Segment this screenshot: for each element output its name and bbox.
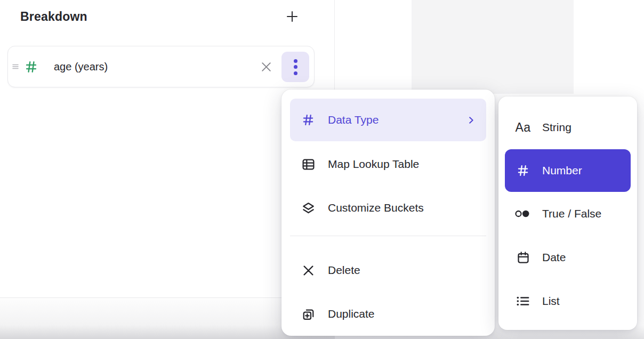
add-breakdown-button[interactable] <box>283 7 301 26</box>
submenu-item-list[interactable]: List <box>505 279 631 323</box>
menu-item-delete[interactable]: Delete <box>290 248 486 292</box>
field-label: age (years) <box>54 61 108 73</box>
submenu-item-string[interactable]: Aa String <box>505 106 631 149</box>
x-icon <box>300 263 316 278</box>
breakdown-field-card[interactable]: age (years) <box>7 46 315 87</box>
table-icon <box>300 157 316 172</box>
close-icon <box>259 60 273 74</box>
page-title: Breakdown <box>20 10 87 24</box>
menu-item-duplicate[interactable]: Duplicate <box>290 292 486 336</box>
calendar-icon <box>513 251 533 265</box>
submenu-item-date[interactable]: Date <box>505 236 631 279</box>
stack-layers-icon <box>300 201 316 215</box>
app-window: Breakdown age (years) <box>0 0 644 339</box>
number-type-icon <box>23 59 38 74</box>
hash-icon <box>513 164 533 177</box>
kebab-dots-icon <box>294 59 297 63</box>
submenu-item-number[interactable]: Number <box>505 149 631 192</box>
two-circles-icon <box>513 207 533 220</box>
field-context-menu: Data Type Map Lookup Table Customize Buc… <box>281 90 495 336</box>
menu-item-map-lookup-table[interactable]: Map Lookup Table <box>290 142 486 186</box>
menu-divider <box>290 236 486 236</box>
drag-handle-icon[interactable] <box>11 62 20 71</box>
data-type-submenu: Aa String Number True / False Date Lis <box>498 96 637 330</box>
submenu-item-true-false[interactable]: True / False <box>505 192 631 236</box>
menu-item-customize-buckets[interactable]: Customize Buckets <box>290 186 486 230</box>
content-placeholder <box>412 0 574 94</box>
copy-plus-icon <box>300 307 316 321</box>
chevron-right-icon <box>466 115 476 125</box>
hash-icon <box>300 113 316 127</box>
aa-string-icon: Aa <box>513 120 533 135</box>
plus-icon <box>284 9 300 25</box>
remove-field-button[interactable] <box>257 58 275 75</box>
field-more-options-button[interactable] <box>281 52 309 82</box>
menu-item-data-type[interactable]: Data Type <box>290 99 486 141</box>
bulleted-list-icon <box>513 294 533 308</box>
